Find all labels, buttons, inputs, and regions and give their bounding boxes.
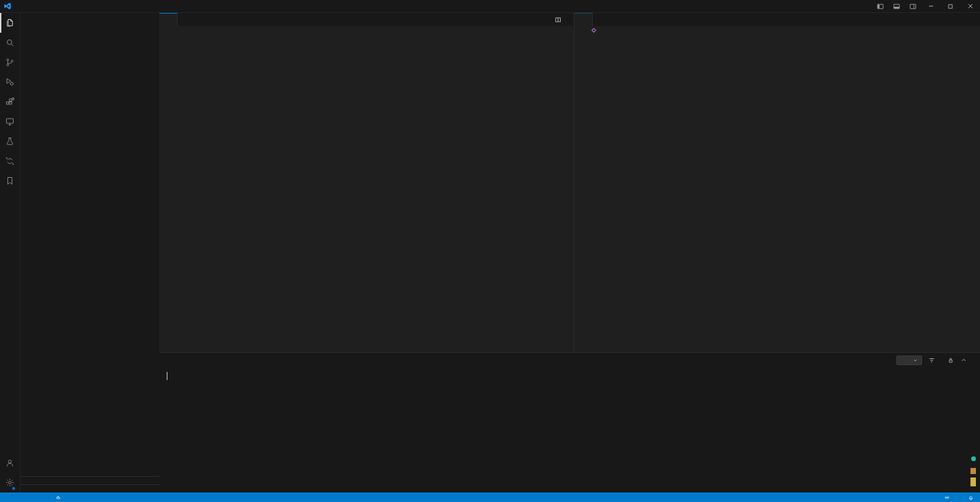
settings-gear-icon[interactable]: [0, 473, 20, 492]
workspace-folder[interactable]: [20, 28, 159, 37]
overview-mark: [971, 456, 976, 461]
minimize-button[interactable]: [921, 0, 941, 12]
editor-group-left: [159, 13, 574, 352]
timeline-section[interactable]: [20, 484, 159, 492]
tab-cmakelists[interactable]: [159, 13, 178, 26]
run-debug-icon[interactable]: [0, 72, 20, 92]
launch-target-button[interactable]: [65, 492, 71, 502]
file-item-cmakelists[interactable]: [20, 37, 159, 46]
explorer-sidebar: [20, 13, 159, 492]
indentation[interactable]: [913, 492, 920, 502]
tab-maincpp[interactable]: [574, 13, 593, 26]
maximize-button[interactable]: [941, 0, 960, 12]
tab-bar: [159, 13, 574, 26]
maximize-panel-icon[interactable]: [960, 357, 967, 364]
debug-target-button[interactable]: [52, 492, 65, 502]
language-mode[interactable]: [934, 492, 941, 502]
remote-explorer-icon[interactable]: [0, 112, 20, 131]
remote-indicator[interactable]: [3, 492, 7, 502]
close-button[interactable]: [960, 0, 980, 12]
chevron-down-icon: [913, 358, 918, 363]
eol-sequence[interactable]: [927, 492, 934, 502]
extensions-icon[interactable]: [0, 92, 20, 112]
encoding[interactable]: [920, 492, 927, 502]
problems-status[interactable]: [7, 492, 20, 502]
bell-icon: [968, 495, 974, 501]
jupyter-icon[interactable]: [0, 151, 20, 171]
cmake-build-button[interactable]: [36, 492, 45, 502]
account-icon[interactable]: [0, 453, 20, 473]
symbol-method-icon: [591, 28, 596, 33]
explorer-icon[interactable]: [0, 13, 20, 33]
search-icon[interactable]: [0, 33, 20, 52]
code-editor-cmakelists[interactable]: [159, 35, 574, 352]
output-view[interactable]: [159, 368, 980, 492]
code-editor-maincpp[interactable]: [574, 35, 980, 352]
text-cursor: [167, 372, 167, 380]
tab-bar: [574, 13, 980, 26]
split-editor-icon[interactable]: [555, 16, 561, 23]
filter-icon[interactable]: [928, 357, 935, 364]
vscode-logo-icon: [0, 2, 15, 10]
bug-icon: [55, 495, 61, 501]
settings-badge: [12, 486, 16, 490]
editor-group-right: [574, 13, 980, 352]
overview-mark: [970, 477, 976, 486]
output-channel-select[interactable]: [896, 356, 922, 365]
go-live-button[interactable]: [941, 492, 956, 502]
status-bar: [0, 492, 980, 502]
bottom-panel: [159, 352, 980, 492]
breadcrumb[interactable]: [159, 26, 574, 35]
cursor-position[interactable]: [906, 492, 913, 502]
source-control-icon[interactable]: [0, 52, 20, 72]
layout-sidebar-icon[interactable]: [872, 0, 888, 12]
layout-secondary-sidebar-icon[interactable]: [904, 0, 921, 12]
layout-panel-icon[interactable]: [888, 0, 904, 12]
prettier-status[interactable]: [956, 492, 964, 502]
breadcrumb[interactable]: [574, 26, 980, 35]
outline-section[interactable]: [20, 476, 159, 484]
cmake-status[interactable]: [20, 492, 27, 502]
broadcast-icon: [944, 495, 950, 501]
bookmarks-icon[interactable]: [0, 171, 20, 191]
file-item-maincpp[interactable]: [20, 46, 159, 54]
notifications-button[interactable]: [964, 492, 977, 502]
cmake-target-button[interactable]: [45, 492, 52, 502]
titlebar: [0, 0, 980, 13]
testing-icon[interactable]: [0, 131, 20, 151]
lock-scroll-icon[interactable]: [947, 357, 954, 364]
activity-bar: [0, 13, 20, 492]
cmake-kit-button[interactable]: [27, 492, 36, 502]
overview-mark: [970, 468, 976, 474]
